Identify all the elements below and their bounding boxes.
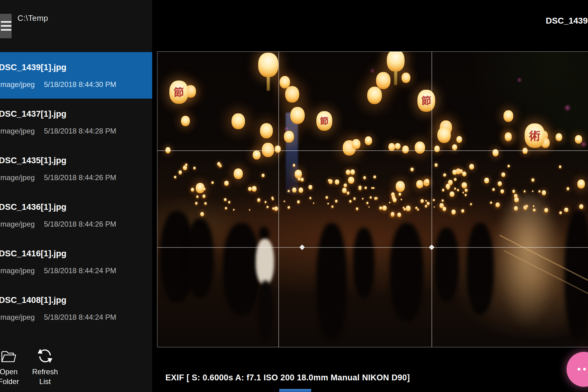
- file-list-item[interactable]: DSC_1437[1].jpgimage/jpeg5/18/2018 8:44:…: [0, 99, 152, 145]
- lantern: [415, 141, 425, 154]
- hamburger-icon: [1, 21, 11, 23]
- lantern: [370, 196, 372, 199]
- lantern: [469, 164, 474, 170]
- photo-lantern-night-scene[interactable]: 節 節 節 術: [157, 51, 588, 347]
- file-name: DSC_1436[1].jpg: [0, 202, 66, 212]
- lantern: [559, 165, 561, 168]
- lantern: [297, 200, 300, 203]
- lantern: [388, 143, 395, 151]
- lantern-character: 節: [421, 94, 431, 107]
- lantern: [442, 189, 445, 192]
- lantern-character: 節: [320, 115, 329, 127]
- lantern: [434, 145, 440, 152]
- lantern-character: 節: [174, 85, 184, 99]
- lantern: [181, 116, 190, 126]
- file-list-item[interactable]: DSC_1408[1].jpgimage/jpeg5/18/2018 8:44:…: [0, 285, 152, 331]
- lantern: [346, 170, 350, 175]
- lantern: [262, 174, 265, 177]
- lantern: [290, 107, 305, 124]
- lantern: [284, 201, 285, 202]
- lantern: [191, 188, 194, 192]
- lantern: [347, 191, 350, 195]
- lantern: [262, 143, 274, 157]
- lantern: [559, 211, 562, 214]
- taskbar-app-indicator[interactable]: [279, 389, 311, 392]
- large-lantern: 節: [169, 81, 188, 104]
- ellipsis-icon: [578, 368, 580, 371]
- lantern: [379, 206, 382, 210]
- lantern: [326, 196, 328, 199]
- lantern: [451, 209, 456, 215]
- file-list-item[interactable]: DSC_1416[1].jpgimage/jpeg5/18/2018 8:44:…: [0, 238, 152, 285]
- lantern: [363, 176, 366, 179]
- file-modified-date: 5/18/2018 8:44:26 PM: [44, 220, 116, 228]
- lantern: [462, 182, 467, 188]
- lantern: [349, 200, 352, 203]
- person-silhouette: [258, 281, 273, 342]
- person-silhouette: [466, 223, 494, 315]
- lantern: [496, 204, 498, 206]
- lantern: [344, 183, 347, 187]
- ellipsis-icon: [583, 368, 586, 371]
- lantern: [397, 213, 401, 217]
- lantern: [538, 190, 541, 193]
- lantern: [272, 198, 274, 200]
- file-meta: image/jpeg5/18/2018 8:44:28 PM: [0, 127, 116, 135]
- lantern: [352, 139, 360, 149]
- open-folder-label: Open Folder: [0, 367, 24, 386]
- open-folder-button[interactable]: Open Folder: [0, 350, 25, 386]
- lantern: [382, 205, 387, 211]
- file-name: DSC_1416[1].jpg: [0, 249, 66, 258]
- lantern: [579, 204, 583, 209]
- lantern: [253, 150, 261, 160]
- file-mime-type: image/jpeg: [0, 266, 35, 275]
- hamburger-icon: [1, 25, 11, 27]
- lantern: [275, 145, 281, 153]
- lantern: [298, 177, 300, 181]
- lantern: [285, 86, 299, 103]
- lantern: [266, 206, 269, 208]
- lantern: [288, 206, 290, 209]
- lantern: [292, 187, 296, 193]
- refresh-list-button[interactable]: Refresh List: [28, 348, 62, 386]
- lantern: [417, 209, 419, 211]
- lantern: [492, 188, 495, 191]
- lantern: [331, 205, 333, 208]
- file-modified-date: 5/18/2018 8:44:24 PM: [44, 266, 116, 275]
- lantern: [165, 147, 171, 153]
- lantern: [393, 198, 397, 202]
- file-list-item[interactable]: DSC_1439[1].jpgimage/jpeg5/18/2018 8:44:…: [0, 52, 152, 99]
- lantern: [327, 203, 329, 205]
- file-list-item[interactable]: DSC_1436[1].jpgimage/jpeg5/18/2018 8:44:…: [0, 192, 152, 238]
- person-silhouette: [223, 223, 260, 315]
- lantern: [443, 173, 446, 177]
- lantern: [335, 179, 339, 185]
- lantern: [362, 198, 364, 200]
- lantern: [465, 189, 467, 192]
- lantern: [427, 202, 429, 205]
- folder-path-label: C:\Temp: [17, 13, 48, 23]
- lantern: [260, 123, 273, 138]
- lantern: [396, 181, 405, 192]
- lantern: [492, 149, 499, 156]
- lantern: [308, 185, 312, 190]
- file-mime-type: image/jpeg: [0, 313, 35, 321]
- lantern: [454, 178, 457, 181]
- file-meta: image/jpeg5/18/2018 8:44:24 PM: [0, 266, 116, 275]
- man-white-shirt: [256, 239, 274, 285]
- lantern: [309, 197, 311, 199]
- lantern: [500, 189, 504, 194]
- lantern: [457, 189, 459, 191]
- lantern: [200, 212, 204, 216]
- lantern: [433, 199, 435, 202]
- person-silhouette: [186, 218, 214, 298]
- lantern: [274, 206, 278, 211]
- lantern: [368, 206, 370, 208]
- file-list-item[interactable]: DSC_1435[1].jpgimage/jpeg5/18/2018 8:44:…: [0, 145, 152, 192]
- open-folder-icon: [0, 350, 17, 364]
- lantern: [293, 164, 295, 167]
- lantern: [425, 205, 427, 208]
- lantern: [577, 179, 585, 189]
- hamburger-menu-button[interactable]: [0, 14, 12, 38]
- lantern: [406, 205, 411, 211]
